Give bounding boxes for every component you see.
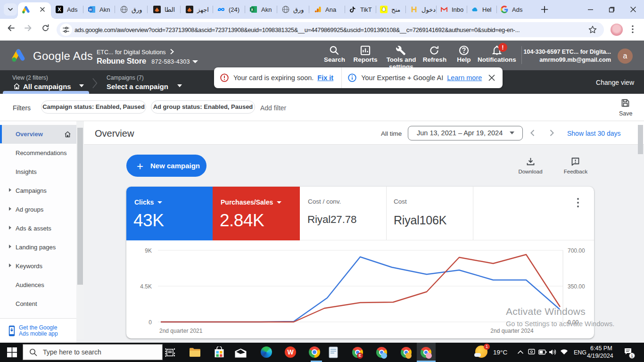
svg-text:0: 0 (149, 319, 152, 326)
svg-text:X: X (58, 7, 61, 12)
svg-text:9K: 9K (145, 247, 152, 254)
svg-text:2nd quarter 2021: 2nd quarter 2021 (159, 328, 203, 334)
svg-text:700.00: 700.00 (568, 247, 585, 254)
svg-text:X: X (251, 8, 253, 11)
svg-text:350.00: 350.00 (568, 283, 585, 290)
svg-text:W: W (89, 8, 92, 11)
svg-text:4.5K: 4.5K (140, 283, 152, 290)
svg-text:2nd quarter 2024: 2nd quarter 2024 (490, 328, 534, 334)
